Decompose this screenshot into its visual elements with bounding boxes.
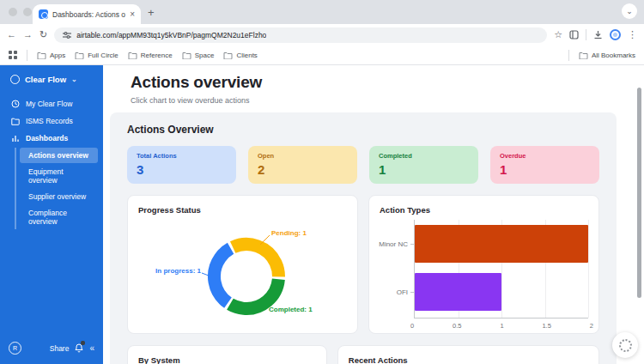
notifications-button[interactable]	[75, 343, 83, 353]
kpi-label: Completed	[379, 152, 469, 160]
bookmark-label: Full Circle	[88, 52, 118, 59]
bookmark-folder-reference[interactable]: Reference	[128, 52, 173, 59]
sidebar-footer: R Share «	[0, 334, 103, 364]
browser-tab-strip: Dashboards: Actions overview × + ⌄	[0, 0, 644, 24]
kpi-label: Open	[258, 152, 348, 160]
x-tick: 0	[410, 322, 414, 330]
airtable-app: Clear Flow ⌄ My Clear Flow ISMS Records …	[0, 65, 644, 364]
progress-status-chart[interactable]: Progress Status Pending: 1 In progress: …	[127, 195, 358, 334]
bar-category-label: Minor NC	[369, 240, 408, 248]
bar-minor-nc[interactable]	[415, 225, 588, 263]
dashboards-subnav: Actions overview Equipment overview Supp…	[15, 148, 98, 229]
sidebar-item-label: Dashboards	[26, 134, 68, 143]
sidebar-item-actions-overview[interactable]: Actions overview	[20, 148, 98, 163]
sidebar-item-my-clear-flow[interactable]: My Clear Flow	[0, 95, 103, 112]
kpi-row: Total Actions 3 Open 2 Completed 1 Overd…	[127, 146, 599, 184]
card-title: Recent Actions	[338, 346, 598, 364]
sidebar-item-isms-records[interactable]: ISMS Records	[0, 112, 103, 130]
x-tick: 1	[500, 322, 503, 330]
download-icon[interactable]	[593, 30, 603, 39]
notification-badge	[81, 341, 85, 345]
by-system-chart[interactable]: By System 2	[127, 345, 327, 364]
donut-label-pending: Pending: 1	[271, 229, 307, 237]
toolbar-divider	[586, 29, 586, 40]
kpi-overdue[interactable]: Overdue 1	[490, 146, 599, 184]
tab-panel-icon[interactable]	[569, 30, 579, 39]
recent-actions-card: Recent Actions Organisational Chart (org…	[337, 345, 599, 364]
vertical-scrollbar[interactable]	[637, 88, 641, 298]
bookmarks-divider	[568, 50, 569, 61]
kpi-value: 3	[137, 162, 227, 177]
profile-avatar-icon[interactable]	[610, 29, 621, 40]
bookmark-folder-clients[interactable]: Clients	[223, 52, 257, 59]
bookmarks-bar: Apps Full Circle Reference Space Clients…	[0, 46, 644, 65]
bookmarks-divider	[27, 50, 27, 61]
sidebar-item-supplier-overview[interactable]: Supplier overview	[20, 189, 98, 204]
action-types-chart[interactable]: Action Types Minor NC OFI 0	[368, 195, 599, 334]
address-bar[interactable]: airtable.com/appMM93tq1y5kVBnP/pagmQM2N2…	[54, 27, 547, 43]
kpi-open[interactable]: Open 2	[248, 146, 357, 184]
bar-category-label: OFI	[369, 288, 408, 296]
bar-ofi[interactable]	[415, 273, 501, 311]
sidebar-item-label: ISMS Records	[26, 117, 73, 125]
airtable-favicon-icon	[39, 9, 48, 19]
reload-icon[interactable]: ↻	[39, 30, 47, 39]
x-tick: 2	[590, 322, 593, 330]
workspace-logo-icon	[10, 75, 20, 84]
user-avatar[interactable]: R	[9, 342, 21, 355]
spinner-ring-icon	[619, 339, 632, 352]
kpi-label: Total Actions	[137, 152, 227, 160]
bookmark-label: Space	[195, 52, 215, 59]
bookmark-folder-apps[interactable]: Apps	[37, 52, 65, 59]
gridline	[588, 220, 589, 318]
page-subtitle: Click chart to view overdue actions	[131, 96, 644, 105]
url-text: airtable.com/appMM93tq1y5kVBnP/pagmQM2N2…	[76, 31, 266, 39]
clock-icon	[11, 100, 20, 108]
forward-icon[interactable]: →	[23, 30, 33, 39]
kpi-value: 1	[500, 162, 590, 177]
kpi-completed[interactable]: Completed 1	[369, 146, 478, 184]
progress-donut-svg	[128, 196, 359, 335]
share-button[interactable]: Share	[50, 344, 70, 353]
bar-plot-area	[414, 220, 588, 318]
bookmark-label: Reference	[141, 52, 173, 59]
chart-title: By System	[128, 346, 326, 364]
workspace-switcher[interactable]: Clear Flow ⌄	[0, 65, 103, 92]
chart-title: Action Types	[369, 196, 598, 215]
bookmark-star-icon[interactable]: ☆	[554, 30, 562, 39]
tab-title: Dashboards: Actions overview	[52, 10, 125, 19]
sidebar: Clear Flow ⌄ My Clear Flow ISMS Records …	[0, 65, 103, 364]
sidebar-item-dashboards[interactable]: Dashboards	[0, 130, 103, 147]
sidebar-item-equipment-overview[interactable]: Equipment overview	[20, 164, 98, 188]
back-icon[interactable]: ←	[7, 30, 16, 39]
minimize-window-button[interactable]	[23, 8, 32, 16]
site-controls-icon[interactable]	[63, 31, 71, 39]
browser-tab[interactable]: Dashboards: Actions overview ×	[33, 4, 141, 24]
tab-close-icon[interactable]: ×	[130, 10, 135, 19]
sidebar-item-compliance-overview[interactable]: Compliance overview	[20, 205, 98, 229]
page-header: Actions overview Click chart to view ove…	[103, 65, 644, 105]
new-tab-button[interactable]: +	[148, 6, 155, 19]
all-bookmarks-button[interactable]: All Bookmarks	[579, 52, 635, 59]
charts-row: Progress Status Pending: 1 In progress: …	[127, 195, 599, 334]
apps-grid-icon[interactable]	[9, 51, 17, 59]
chevron-down-icon: ⌄	[71, 76, 77, 83]
panel-title: Actions Overview	[127, 124, 599, 136]
bookmark-folder-space[interactable]: Space	[182, 52, 215, 59]
actions-overview-panel: Actions Overview Total Actions 3 Open 2 …	[110, 112, 617, 364]
main-content: Actions overview Click chart to view ove…	[103, 65, 644, 364]
window-chevron-button[interactable]: ⌄	[622, 3, 637, 19]
collapse-sidebar-button[interactable]: «	[89, 343, 94, 353]
bar-chart-icon	[11, 135, 20, 143]
workspace-name: Clear Flow	[25, 75, 66, 84]
browser-toolbar: ← → ↻ airtable.com/appMM93tq1y5kVBnP/pag…	[0, 24, 644, 46]
folder-icon	[11, 118, 20, 125]
bookmark-folder-full-circle[interactable]: Full Circle	[75, 52, 118, 59]
page-title: Actions overview	[131, 73, 644, 92]
kpi-value: 2	[258, 162, 348, 177]
browser-menu-icon[interactable]: ⋮	[628, 30, 637, 39]
close-window-button[interactable]	[9, 8, 17, 16]
kpi-total-actions[interactable]: Total Actions 3	[127, 146, 236, 184]
loading-spinner	[612, 332, 638, 358]
kpi-label: Overdue	[500, 152, 590, 160]
